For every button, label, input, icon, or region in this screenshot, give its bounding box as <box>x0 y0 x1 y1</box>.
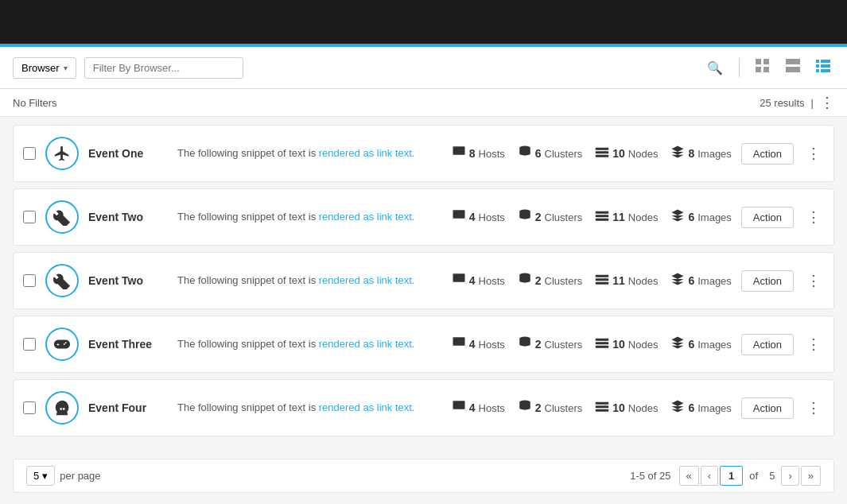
clusters-label: Clusters <box>545 148 583 160</box>
grid-icon <box>755 58 771 74</box>
filter-input[interactable] <box>84 57 243 79</box>
page-range-info: 1-5 of 25 <box>630 470 670 482</box>
nodes-stat-4: 10 Nodes <box>595 335 658 353</box>
next-page-button[interactable]: › <box>781 466 798 486</box>
images-stat-3: 6 Images <box>670 272 731 289</box>
images-icon <box>670 145 685 162</box>
images-count: 6 <box>688 401 694 414</box>
row-checkbox-5[interactable] <box>23 401 36 414</box>
table-row: Event Four The following snippet of text… <box>13 379 834 436</box>
event-name-5: Event Four <box>88 401 168 414</box>
svg-rect-11 <box>821 69 830 72</box>
list-icon <box>815 58 831 74</box>
hosts-count: 4 <box>469 274 476 287</box>
event-link-2[interactable]: rendered as link text. <box>319 211 415 223</box>
row-checkbox-4[interactable] <box>23 338 36 351</box>
images-label: Images <box>697 148 732 160</box>
action-button-3[interactable]: Action <box>741 270 794 292</box>
svg-rect-20 <box>596 215 609 217</box>
nodes-icon <box>595 399 609 417</box>
page-size-dropdown[interactable]: 5 ▾ <box>26 466 55 486</box>
hosts-stat-1: 8 Hosts <box>452 145 505 162</box>
row-more-button-5[interactable]: ⋮ <box>803 399 824 417</box>
action-button-2[interactable]: Action <box>741 207 794 228</box>
row-checkbox-3[interactable] <box>23 274 36 287</box>
svg-rect-5 <box>786 67 800 72</box>
hosts-icon <box>452 208 466 226</box>
nodes-label: Nodes <box>628 339 659 351</box>
row-checkbox-2[interactable] <box>23 211 36 223</box>
browser-dropdown[interactable]: Browser ▾ <box>13 57 76 79</box>
event-icon-5 <box>45 391 79 425</box>
svg-rect-21 <box>596 219 609 221</box>
event-stats-4: 4 Hosts 2 Clusters 10 Nodes 6 Images <box>452 335 732 353</box>
no-filters-label: No Filters <box>13 97 57 109</box>
action-button-1[interactable]: Action <box>741 143 794 165</box>
svg-rect-19 <box>596 211 609 214</box>
row-checkbox-1[interactable] <box>23 147 36 160</box>
of-label: of <box>744 470 763 482</box>
results-info: 25 results | ⋮ <box>760 95 834 110</box>
view-card-button[interactable] <box>782 55 804 80</box>
action-button-4[interactable]: Action <box>741 334 794 355</box>
event-name-2: Event Two <box>88 211 168 223</box>
svg-rect-26 <box>596 282 609 285</box>
hosts-label: Hosts <box>479 275 505 287</box>
event-desc-1: The following snippet of text is rendere… <box>177 146 442 161</box>
event-link-4[interactable]: rendered as link text. <box>319 338 415 350</box>
action-button-5[interactable]: Action <box>741 397 794 419</box>
images-label: Images <box>697 275 732 287</box>
images-label: Images <box>697 339 732 351</box>
event-name-1: Event One <box>88 147 168 160</box>
first-page-button[interactable]: « <box>679 466 699 486</box>
images-label: Images <box>697 211 732 223</box>
event-desc-2: The following snippet of text is rendere… <box>177 210 442 224</box>
svg-rect-17 <box>453 210 464 219</box>
event-stats-2: 4 Hosts 2 Clusters 11 Nodes 6 Images <box>452 208 732 226</box>
page-size-value: 5 <box>33 470 39 482</box>
event-icon-1 <box>45 137 79 170</box>
event-desc-3: The following snippet of text is rendere… <box>177 273 442 288</box>
event-icon-2 <box>45 200 79 234</box>
toolbar-divider <box>739 58 740 77</box>
last-page-button[interactable]: » <box>801 466 821 486</box>
images-icon <box>670 272 685 289</box>
row-more-button-1[interactable]: ⋮ <box>803 145 824 162</box>
row-more-button-2[interactable]: ⋮ <box>803 208 824 226</box>
prev-page-button[interactable]: ‹ <box>701 466 718 486</box>
nodes-icon <box>595 145 609 162</box>
hosts-count: 8 <box>469 147 476 160</box>
event-link-5[interactable]: rendered as link text. <box>319 401 415 413</box>
clusters-count: 2 <box>535 274 542 287</box>
search-button[interactable]: 🔍 <box>703 56 727 79</box>
images-count: 6 <box>688 211 694 223</box>
svg-rect-32 <box>453 401 464 409</box>
clusters-label: Clusters <box>545 211 583 223</box>
hosts-stat-4: 4 Hosts <box>452 335 505 353</box>
nodes-icon <box>595 272 609 289</box>
event-link-1[interactable]: rendered as link text. <box>319 147 415 159</box>
event-link-3[interactable]: rendered as link text. <box>319 274 415 286</box>
clusters-icon <box>518 272 532 289</box>
card-icon <box>785 58 801 74</box>
table-row: Event One The following snippet of text … <box>13 125 834 182</box>
event-name-3: Event Two <box>88 274 168 287</box>
view-grid-button[interactable] <box>752 55 774 80</box>
nodes-stat-3: 11 Nodes <box>595 272 658 289</box>
total-pages: 5 <box>764 470 779 482</box>
top-bar <box>0 0 847 44</box>
event-stats-5: 4 Hosts 2 Clusters 10 Nodes 6 Images <box>452 399 732 417</box>
hosts-label: Hosts <box>479 148 505 160</box>
per-page-selector: 5 ▾ per page <box>26 466 101 486</box>
page-nav: « ‹ 1 of 5 › » <box>679 466 821 486</box>
hosts-count: 4 <box>469 338 476 351</box>
results-more-button[interactable]: ⋮ <box>820 95 834 110</box>
event-stats-1: 8 Hosts 6 Clusters 10 Nodes 8 Images <box>452 145 732 162</box>
results-count: 25 results <box>760 97 804 109</box>
view-list-button[interactable] <box>812 55 834 80</box>
current-page: 1 <box>720 466 743 486</box>
row-more-button-3[interactable]: ⋮ <box>803 272 824 289</box>
images-stat-1: 8 Images <box>670 145 731 162</box>
svg-rect-22 <box>453 273 464 282</box>
row-more-button-4[interactable]: ⋮ <box>803 335 824 353</box>
